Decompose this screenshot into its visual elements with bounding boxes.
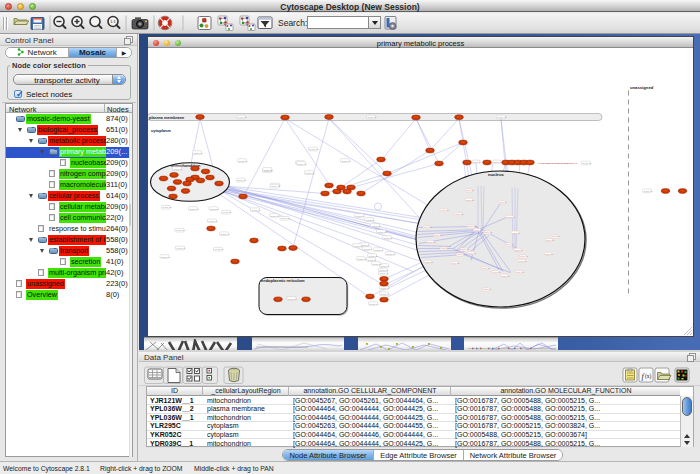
svg-text:Gene (a): Gene (a) xyxy=(356,215,365,217)
svg-text:Gene (a): Gene (a) xyxy=(375,249,384,251)
svg-text:Gene (a): Gene (a) xyxy=(468,252,477,254)
svg-text:Gene (a): Gene (a) xyxy=(368,116,377,118)
svg-text:Gene (a): Gene (a) xyxy=(378,231,387,233)
svg-text:Gene (a): Gene (a) xyxy=(457,253,466,255)
svg-text:Gene (a): Gene (a) xyxy=(474,229,483,231)
svg-text:Gene (a): Gene (a) xyxy=(519,260,528,262)
svg-text:Gene (a): Gene (a) xyxy=(583,162,592,164)
svg-text:Gene (a): Gene (a) xyxy=(498,116,507,118)
svg-text:Gene (a): Gene (a) xyxy=(381,293,390,295)
svg-text:Gene (a): Gene (a) xyxy=(506,243,515,245)
svg-text:Gene (a): Gene (a) xyxy=(452,262,461,264)
svg-text:Gene (a): Gene (a) xyxy=(466,199,475,201)
svg-text:Gene (a): Gene (a) xyxy=(482,267,491,269)
svg-text:Gene (a): Gene (a) xyxy=(210,208,219,210)
svg-text:Gene (a): Gene (a) xyxy=(306,172,315,174)
svg-text:Gene (a): Gene (a) xyxy=(239,160,248,162)
svg-text:Gene (a): Gene (a) xyxy=(484,231,493,233)
svg-text:nucleus: nucleus xyxy=(488,172,504,177)
svg-text:Gene (a): Gene (a) xyxy=(380,269,389,271)
svg-text:Gene (a): Gene (a) xyxy=(455,213,464,215)
svg-text:Gene (a): Gene (a) xyxy=(342,160,351,162)
svg-text:Gene (a): Gene (a) xyxy=(492,271,501,273)
svg-text:Gene (a): Gene (a) xyxy=(552,235,561,237)
svg-text:Gene (a): Gene (a) xyxy=(271,185,280,187)
svg-text:Gene (a): Gene (a) xyxy=(516,271,525,273)
svg-text:Gene (a): Gene (a) xyxy=(369,255,378,257)
svg-text:cytoplasm: cytoplasm xyxy=(151,128,171,133)
svg-text:Gene (a): Gene (a) xyxy=(176,229,185,231)
svg-text:Gene (a): Gene (a) xyxy=(520,255,529,257)
svg-text:Gene (a): Gene (a) xyxy=(209,220,218,222)
svg-text:Gene (a): Gene (a) xyxy=(163,206,172,208)
svg-text:Gene (a): Gene (a) xyxy=(499,201,508,203)
svg-text:Gene (a): Gene (a) xyxy=(238,116,247,118)
svg-text:Gene (a): Gene (a) xyxy=(271,215,280,217)
svg-text:Gene (a): Gene (a) xyxy=(425,261,434,263)
svg-text:Gene (a): Gene (a) xyxy=(512,232,521,234)
svg-text:Gene (a): Gene (a) xyxy=(428,241,437,243)
svg-text:Gene (a): Gene (a) xyxy=(381,265,390,267)
svg-text:1:1: 1:1 xyxy=(110,19,116,24)
svg-text:Gene (a): Gene (a) xyxy=(221,233,230,235)
svg-text:Gene (a): Gene (a) xyxy=(644,190,653,192)
svg-text:Gene (a): Gene (a) xyxy=(281,217,290,219)
svg-text:Gene (a): Gene (a) xyxy=(237,179,246,181)
svg-text:unassigned: unassigned xyxy=(630,85,654,90)
svg-text:Gene (a): Gene (a) xyxy=(298,163,307,165)
svg-text:Gene (a): Gene (a) xyxy=(502,275,511,277)
svg-text:Gene (a): Gene (a) xyxy=(310,148,319,150)
svg-text:Gene (a): Gene (a) xyxy=(473,161,482,163)
svg-text:Gene (a): Gene (a) xyxy=(177,247,186,249)
svg-text:Gene (a): Gene (a) xyxy=(515,249,524,251)
svg-text:Gene (a): Gene (a) xyxy=(368,259,377,261)
svg-text:Gene (a): Gene (a) xyxy=(366,219,375,221)
svg-text:Gene (a): Gene (a) xyxy=(190,208,199,210)
svg-text:Gene (a): Gene (a) xyxy=(441,247,450,249)
svg-text:Gene (a): Gene (a) xyxy=(384,237,393,239)
svg-text:Gene (a): Gene (a) xyxy=(461,248,470,250)
svg-text:Gene (a): Gene (a) xyxy=(507,216,516,218)
svg-text:Gene (a): Gene (a) xyxy=(288,298,297,300)
svg-text:Gene (a): Gene (a) xyxy=(215,248,224,250)
svg-text:Gene (a): Gene (a) xyxy=(252,209,261,211)
svg-text:(x): (x) xyxy=(645,373,652,380)
svg-text:Gene (a): Gene (a) xyxy=(364,248,373,250)
svg-text:plasma membrane: plasma membrane xyxy=(149,115,185,120)
svg-text:Gene (a): Gene (a) xyxy=(194,152,203,154)
svg-text:Gene (a): Gene (a) xyxy=(441,209,450,211)
svg-text:Gene (a): Gene (a) xyxy=(372,225,381,227)
svg-text:Gene (a): Gene (a) xyxy=(174,168,183,170)
svg-text:endoplasmic reticulum: endoplasmic reticulum xyxy=(261,278,305,283)
svg-text:Gene (a): Gene (a) xyxy=(387,253,396,255)
svg-text:YKL120W-C: YKL120W-C xyxy=(564,162,578,165)
svg-text:Gene (a): Gene (a) xyxy=(370,303,379,305)
svg-text:Gene (a): Gene (a) xyxy=(161,256,170,258)
svg-text:Gene (a): Gene (a) xyxy=(468,225,477,227)
svg-text:Gene (a): Gene (a) xyxy=(380,272,389,274)
svg-text:Gene (a): Gene (a) xyxy=(494,161,503,163)
svg-text:Gene (a): Gene (a) xyxy=(434,234,443,236)
svg-text:Gene (a): Gene (a) xyxy=(354,245,363,247)
svg-text:Gene (a): Gene (a) xyxy=(373,263,382,265)
svg-text:Gene (a): Gene (a) xyxy=(483,288,492,290)
svg-text:Gene (a): Gene (a) xyxy=(264,169,273,171)
svg-text:Gene (a): Gene (a) xyxy=(358,258,367,260)
svg-text:Gene (a): Gene (a) xyxy=(381,287,390,289)
svg-text:Gene (a): Gene (a) xyxy=(546,239,555,241)
svg-text:Gene (a): Gene (a) xyxy=(424,226,433,228)
svg-text:Gene (a): Gene (a) xyxy=(545,253,554,255)
svg-text:Gene (a): Gene (a) xyxy=(223,211,232,213)
svg-text:Gene (a): Gene (a) xyxy=(466,189,475,191)
